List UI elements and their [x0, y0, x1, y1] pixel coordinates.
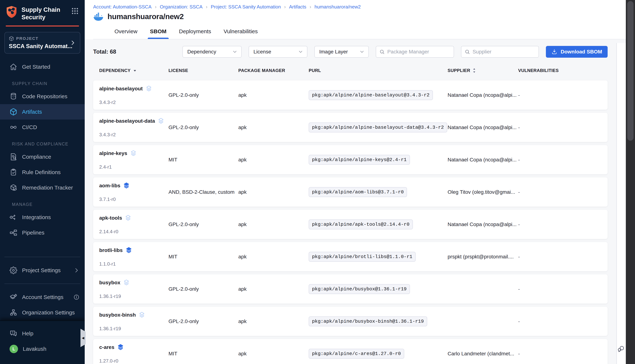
svg-text:?: ? [12, 331, 14, 334]
chevron-right-icon [73, 267, 80, 274]
vulnerabilities-cell: - [518, 286, 608, 292]
sidebar-item-artifacts[interactable]: Artifacts [0, 104, 85, 120]
search-icon [465, 49, 470, 55]
column-label: PACKAGE MANAGER [238, 68, 285, 73]
image-layers-icon [158, 118, 165, 124]
image-layers-icon [125, 247, 132, 254]
table-row[interactable]: apk-tools2.14.4-r0GPL-2.0-onlyapkpkg:apk… [93, 210, 608, 239]
filter-select-label: License [253, 49, 271, 55]
package-manager-cell: apk [238, 222, 309, 227]
sidebar-item-pipelines[interactable]: Pipelines [0, 225, 85, 240]
tab-vulnerabilities[interactable]: Vulnerabilities [223, 26, 258, 39]
filter-select-dependency[interactable]: Dependency [183, 46, 242, 58]
breadcrumb-link-organization-ssca[interactable]: Organization: SSCA [160, 4, 203, 10]
supplier-cell: Natanael Copa (ncopa@alpi... [448, 157, 518, 163]
table-row[interactable]: alpine-baselayout-data3.4.3-r2GPL-2.0-on… [93, 113, 608, 142]
nav-section-heading: MANAGE [0, 202, 85, 207]
sidebar-item-cicd[interactable]: CI/CD [0, 120, 85, 135]
filter-select-image-layer[interactable]: Image Layer [314, 46, 369, 58]
sidebar-item-code-repositories[interactable]: </>Code Repositories [0, 89, 85, 104]
license-cell: GPL-2.0-only [169, 318, 238, 324]
vulnerabilities-cell: - [518, 157, 608, 163]
sidebar-item-user[interactable]: L Lavakush [0, 341, 85, 357]
sidebar-collapse-handle[interactable]: ◀ [81, 329, 86, 347]
purl-chip: pkg:apk/alpine/busybox-binsh@1.36.1-r19 [309, 316, 427, 326]
purl-chip: pkg:apk/alpine/alpine-keys@2.4-r1 [309, 155, 410, 165]
vertical-scrollbar[interactable] [626, 0, 635, 364]
divider [5, 284, 80, 284]
sidebar-item-account-settings[interactable]: Account Settings [0, 290, 85, 305]
filter-select-label: Image Layer [319, 49, 348, 55]
table-row[interactable]: alpine-baselayout3.4.3-r2GPL-2.0-onlyapk… [93, 80, 608, 110]
chevron-down-icon [298, 49, 303, 54]
sidebar-item-project-settings[interactable]: Project Settings [0, 262, 85, 278]
filter-select-license[interactable]: License [249, 46, 307, 58]
chevron-down-icon [232, 49, 238, 54]
tab-deployments[interactable]: Deployments [179, 26, 212, 39]
main-area: Account: Automation-SSCA›Organization: S… [85, 0, 635, 364]
user-avatar: L [10, 345, 18, 353]
sidebar-item-integrations[interactable]: Integrations [0, 210, 85, 225]
license-cell: AND, BSD-2-Clause, custom [169, 189, 238, 195]
vulnerabilities-cell: - [518, 92, 608, 98]
supplier-cell: Oleg Titov (oleg.titov@gmai... [448, 189, 518, 195]
sidebar-item-label: Organization Settings [22, 310, 75, 316]
supply-chain-security-logo-icon [6, 6, 18, 18]
package-manager-search-input[interactable] [387, 49, 450, 55]
sidebar-item-remediation-tracker[interactable]: Remediation Tracker [0, 180, 85, 196]
sidebar-item-label: Pipelines [22, 230, 80, 236]
toolbar: Total: 68 DependencyLicenseImage LayerDo… [93, 46, 608, 58]
license-cell: GPL-2.0-only [169, 92, 238, 98]
table-row[interactable]: busybox1.36.1-r19GPL-2.0-onlyapkpkg:apk/… [93, 274, 608, 304]
sidebar: Supply Chain Security [0, 0, 85, 364]
supplier-cell: Carlo Landmeter (clandmet... [448, 351, 518, 357]
sidebar-item-organization-settings[interactable]: Organization Settings [0, 305, 85, 320]
dependency-name: alpine-baselayout-data [99, 118, 155, 124]
license-cell: GPL-2.0-only [169, 286, 238, 292]
breadcrumb-link-artifacts[interactable]: Artifacts [289, 4, 306, 10]
table-row[interactable]: busybox-binsh1.36.1-r19GPL-2.0-onlyapkpk… [93, 307, 608, 336]
column-header-vulnerabilities: VULNERABILITIES [518, 68, 608, 73]
sidebar-item-help[interactable]: ? Help [0, 326, 85, 341]
infinity-icon [10, 124, 17, 131]
breadcrumb-link-account-automation-ssca[interactable]: Account: Automation-SSCA [93, 4, 152, 10]
filter-controls: DependencyLicenseImage LayerDownload SBO… [183, 46, 608, 58]
column-header-dependency[interactable]: DEPENDENCY [99, 68, 169, 73]
table-row[interactable]: brotli-libs1.1.0-r1MITapkpkg:apk/alpine/… [93, 242, 608, 271]
tab-overview[interactable]: Overview [114, 26, 138, 39]
sidebar-item-get-started[interactable]: Get Started [0, 59, 85, 74]
breadcrumb-link-humanshuarora-new2[interactable]: humanshuarora/new2 [315, 4, 361, 10]
breadcrumb-link-project-ssca-sanity-automation[interactable]: Project: SSCA Sanity Automation [211, 4, 281, 10]
module-switcher-icon[interactable] [71, 7, 79, 15]
table-row[interactable]: aom-libs3.7.1-r0AND, BSD-2-Clause, custo… [93, 178, 608, 206]
supplier-search-input[interactable] [473, 49, 535, 55]
purl-chip: pkg:apk/alpine/apk-tools@2.14.4-r0 [309, 220, 413, 230]
image-layers-icon [125, 214, 132, 222]
tab-sbom[interactable]: SBOM [150, 26, 167, 39]
sidebar-item-label: Get Started [22, 64, 80, 70]
page-header: Account: Automation-SSCA›Organization: S… [85, 0, 635, 39]
table-row[interactable]: c-ares1.27.0-r0MITapkpkg:apk/alpine/c-ar… [93, 339, 608, 364]
sidebar-item-compliance[interactable]: Compliance [0, 149, 85, 164]
breadcrumb-separator: › [310, 4, 311, 10]
breadcrumb-separator: › [284, 4, 286, 10]
table-row[interactable]: alpine-keys2.4-r1MITapkpkg:apk/alpine/al… [93, 145, 608, 174]
image-layers-icon [123, 182, 130, 189]
supplier-cell: Natanael Copa (ncopa@alpi... [448, 124, 518, 130]
purl-chip: pkg:apk/alpine/busybox@1.36.1-r19 [309, 284, 410, 294]
sidebar-item-label: CI/CD [22, 124, 80, 130]
breadcrumb: Account: Automation-SSCA›Organization: S… [93, 4, 635, 10]
download-sbom-button[interactable]: Download SBOM [546, 46, 608, 58]
project-selector[interactable]: PROJECT SSCA Sanity Automat... [5, 32, 80, 54]
sidebar-item-label: Rule Definitions [22, 169, 80, 176]
chat-widget-icon[interactable] [617, 345, 625, 352]
scrollbar-thumb[interactable] [627, 1, 633, 141]
column-header-supplier[interactable]: SUPPLIER [448, 68, 518, 73]
sidebar-item-label: Integrations [22, 214, 80, 220]
license-cell: MIT [169, 157, 238, 163]
sidebar-item-rule-definitions[interactable]: Rule Definitions [0, 164, 85, 180]
dependency-name: busybox-binsh [99, 312, 136, 318]
dependency-version: 1.1.0-r1 [99, 261, 169, 267]
purl-chip: pkg:apk/alpine/alpine-baselayout@3.4.3-r… [309, 90, 433, 100]
page-title: humanshuarora/new2 [108, 12, 184, 21]
